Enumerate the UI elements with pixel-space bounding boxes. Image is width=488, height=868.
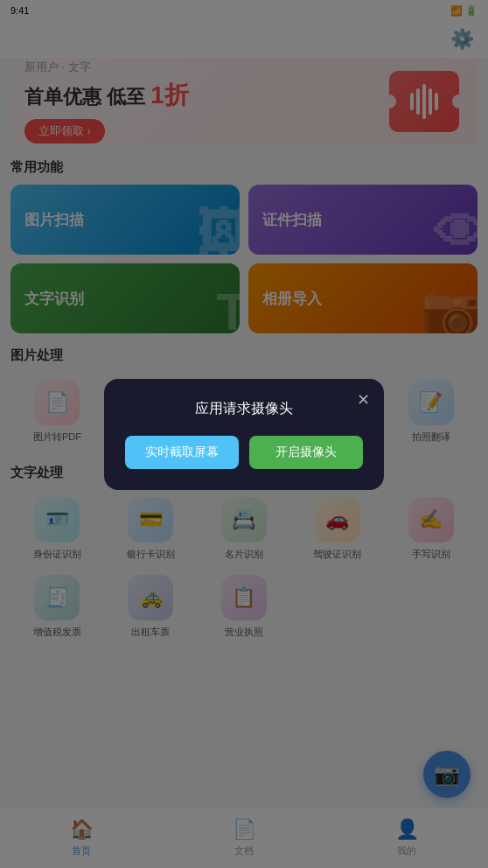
dialog-title: 应用请求摄像头 <box>125 400 363 418</box>
screen-capture-button[interactable]: 实时截取屏幕 <box>125 436 239 469</box>
dialog-close-button[interactable]: ✕ <box>352 389 373 410</box>
open-camera-button[interactable]: 开启摄像头 <box>249 436 363 469</box>
dialog: ✕ 应用请求摄像头 实时截取屏幕 开启摄像头 <box>104 379 384 490</box>
dialog-buttons: 实时截取屏幕 开启摄像头 <box>125 436 363 469</box>
dialog-overlay[interactable]: ✕ 应用请求摄像头 实时截取屏幕 开启摄像头 <box>0 0 488 868</box>
